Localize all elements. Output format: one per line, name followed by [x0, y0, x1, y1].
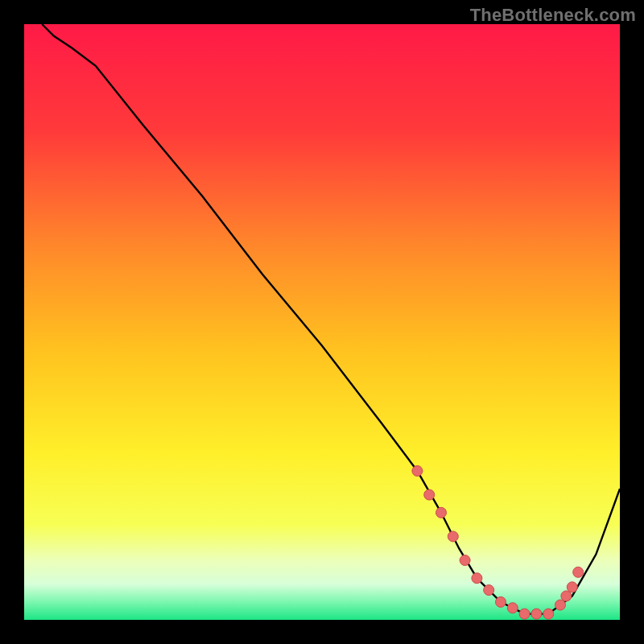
- chart-container: TheBottleneck.com: [0, 0, 644, 644]
- marker-dot: [448, 531, 458, 542]
- marker-dot: [472, 573, 482, 584]
- marker-dot: [424, 489, 435, 500]
- marker-dot: [412, 466, 423, 477]
- marker-dot: [567, 582, 577, 592]
- marker-dot: [555, 600, 566, 610]
- marker-dot: [436, 507, 447, 518]
- watermark-text: TheBottleneck.com: [470, 5, 636, 26]
- marker-dot: [561, 591, 572, 601]
- marker-dot: [484, 585, 494, 596]
- marker-dot: [460, 555, 470, 566]
- marker-dot: [519, 609, 530, 619]
- marker-dot: [507, 603, 518, 613]
- marker-dot: [543, 609, 554, 619]
- marker-dot: [531, 609, 542, 619]
- plot-background: [24, 24, 620, 620]
- marker-dot: [573, 567, 584, 577]
- bottleneck-chart: [0, 0, 644, 644]
- marker-dot: [496, 597, 506, 607]
